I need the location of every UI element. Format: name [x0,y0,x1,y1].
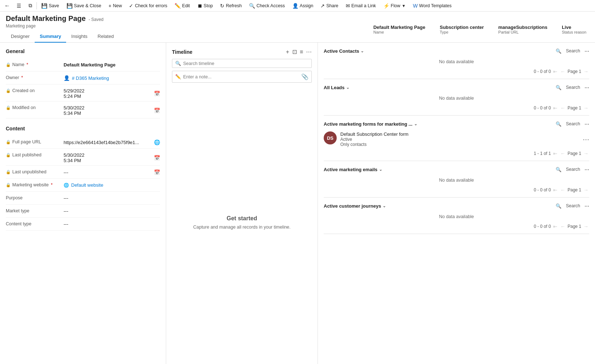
search-icon[interactable]: 🔍 [556,48,561,54]
customer-journeys-header: Active customer journeys ⌄ 🔍 Search ⋯ [324,200,589,211]
assign-button[interactable]: 👤 Assign [289,0,317,12]
field-market-type: Market type --- [6,205,160,218]
timeline-note-input[interactable] [183,74,299,79]
emails-first-btn[interactable]: ⇤ [552,187,558,193]
marketing-emails-header: Active marketing emails ⌄ 🔍 Search ⋯ [324,164,589,175]
more-icon-2[interactable]: ⋯ [585,85,589,90]
more-icon-4[interactable]: ⋯ [585,167,589,172]
marketing-forms-search[interactable]: Search [564,121,582,127]
marketing-emails-search[interactable]: Search [564,166,582,173]
journeys-first-btn[interactable]: ⇤ [552,224,558,229]
lock-icon-unpub: 🔒 [6,170,11,174]
timeline-sort-icon[interactable]: ≡ [300,49,303,55]
tab-summary[interactable]: Summary [35,31,66,43]
customer-journeys-title[interactable]: Active customer journeys ⌄ [324,203,556,209]
search-icon-3[interactable]: 🔍 [556,121,561,127]
all-leads-first-btn[interactable]: ⇤ [552,105,558,111]
all-leads-search[interactable]: Search [564,84,582,91]
all-leads-prev-btn[interactable]: ← [560,105,566,111]
marketing-emails-title[interactable]: Active marketing emails ⌄ [324,167,556,172]
tab-related[interactable]: Related [92,31,119,43]
more-icon[interactable]: ⋯ [585,48,589,54]
more-icon-3[interactable]: ⋯ [585,121,589,127]
check-errors-button[interactable]: ✓ Check for errors [125,0,171,12]
marketing-forms-actions: 🔍 Search ⋯ [556,121,589,127]
timeline-search-box[interactable]: 🔍 [172,59,312,68]
avatar: DS [324,131,337,144]
field-owner-value[interactable]: 👤 # D365 Marketing [64,74,160,81]
emails-next-btn[interactable]: → [583,187,589,193]
more-icon-5[interactable]: ⋯ [585,203,589,209]
timeline-title: Timeline [172,49,286,55]
timeline-filter-icon[interactable]: ⊡ [292,48,297,55]
active-contacts-title[interactable]: Active Contacts ⌄ [324,48,556,54]
website-icon: 🌐 [64,183,69,188]
meta-status: Live Status reason [562,25,586,34]
lock-icon-2: 🔒 [6,88,11,93]
calendar-icon-unpub[interactable]: 📅 [154,169,160,175]
field-name-value: Default Marketing Page [64,61,160,68]
pencil-icon: ✏️ [175,74,181,79]
marketing-form-name: Default Subscription Center form [340,131,579,137]
journeys-prev-btn[interactable]: ← [560,224,566,229]
new-button[interactable]: + New [105,0,125,12]
all-leads-next-btn[interactable]: → [583,105,589,111]
right-panel: Active Contacts ⌄ 🔍 Search ⋯ No data ava… [318,43,595,364]
marketing-forms-title[interactable]: Active marketing forms for marketing ...… [324,121,556,127]
tab-insights[interactable]: Insights [66,31,92,43]
calendar-icon-pub[interactable]: 📅 [154,155,160,161]
journeys-next-btn[interactable]: → [583,224,589,229]
customer-journeys-pagination: 0 - 0 of 0 ⇤ ← Page 1 → [324,222,589,231]
email-link-button[interactable]: ✉ Email a Link [342,0,380,12]
timeline-more-icon[interactable]: ⋯ [306,48,312,55]
active-contacts-actions: 🔍 Search ⋯ [556,48,589,54]
refresh-button[interactable]: ↻ Refresh [216,0,245,12]
save-button[interactable]: 💾 Save [38,0,63,12]
edit-button[interactable]: ✏️ Edit [171,0,194,12]
stop-button[interactable]: ⏹ Stop [194,0,217,12]
share-button[interactable]: ↗ Share [317,0,342,12]
forms-first-btn[interactable]: ⇤ [552,151,558,156]
first-page-btn[interactable]: ⇤ [552,69,558,74]
flow-button[interactable]: ⚡ Flow ▼ [380,0,409,12]
globe-icon[interactable]: 🌐 [154,139,160,145]
search-icon-5[interactable]: 🔍 [556,203,561,209]
lock-icon-mw: 🔒 [6,183,11,187]
lock-icon-3: 🔒 [6,105,11,110]
calendar-icon-modified[interactable]: 📅 [154,108,160,113]
tab-designer[interactable]: Designer [6,31,35,43]
timeline-empty-desc: Capture and manage all records in your t… [193,225,291,230]
calendar-icon-created[interactable]: 📅 [154,91,160,96]
forms-prev-btn[interactable]: ← [560,151,566,156]
search-icon-4[interactable]: 🔍 [556,167,561,172]
customer-journeys-search[interactable]: Search [564,203,582,209]
chevron-down-icon-5: ⌄ [383,204,386,208]
timeline-note-box[interactable]: ✏️ 📎 [172,71,312,83]
field-content-type-label: Content type [6,220,64,226]
active-contacts-search[interactable]: Search [564,48,582,54]
save-close-button[interactable]: 💾 Save & Close [63,0,105,12]
prev-page-btn[interactable]: ← [560,69,566,74]
attach-icon[interactable]: 📎 [301,73,309,80]
item-more-icon[interactable]: ⋯ [583,135,589,143]
list-view-button[interactable]: ☰ [13,0,25,12]
next-page-btn[interactable]: → [583,69,589,74]
timeline-add-icon[interactable]: + [286,49,289,55]
marketing-form-content: Default Subscription Center form Active … [340,131,579,147]
check-access-button[interactable]: 🔍 Check Access [245,0,289,12]
back-button[interactable]: ← [1,0,13,12]
chevron-down-icon-3: ⌄ [414,122,417,126]
field-last-pub-label: 🔒 Last published [6,151,64,157]
all-leads-title[interactable]: All Leads ⌄ [324,85,556,90]
header-meta: Default Marketing Page Name Subscription… [373,25,595,34]
search-icon-2[interactable]: 🔍 [556,85,561,90]
meta-type: Subscription center Type [440,25,484,34]
window-button[interactable]: ⧉ [25,0,36,12]
field-url-label: 🔒 Full page URL [6,138,64,144]
timeline-empty-title: Get started [227,215,257,222]
timeline-search-input[interactable] [183,61,309,66]
word-templates-button[interactable]: W Word Templates [409,0,455,12]
forms-next-btn[interactable]: → [583,151,589,156]
emails-prev-btn[interactable]: ← [560,187,566,193]
lock-icon-url: 🔒 [6,140,11,144]
